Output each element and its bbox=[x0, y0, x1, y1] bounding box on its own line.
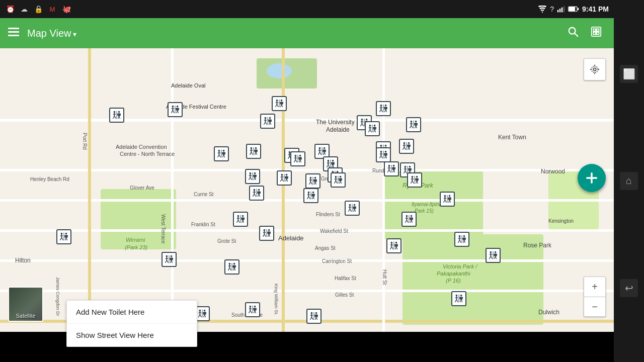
zoom-controls: + − bbox=[584, 277, 606, 317]
toilet-marker[interactable] bbox=[365, 121, 380, 136]
toilet-marker[interactable] bbox=[440, 192, 455, 207]
toilet-marker[interactable] bbox=[486, 248, 501, 263]
gallery-icon[interactable] bbox=[587, 22, 606, 44]
svg-line-301 bbox=[264, 234, 266, 237]
title-dropdown-icon[interactable]: ▾ bbox=[73, 30, 76, 38]
svg-line-79 bbox=[416, 126, 417, 128]
svg-point-329 bbox=[233, 263, 235, 265]
toilet-marker[interactable] bbox=[406, 117, 421, 132]
toilet-marker[interactable] bbox=[331, 172, 346, 188]
svg-point-32 bbox=[177, 106, 179, 108]
satellite-toggle[interactable]: Satellite bbox=[8, 287, 43, 322]
svg-point-320 bbox=[395, 242, 397, 244]
svg-point-212 bbox=[254, 172, 256, 174]
toilet-marker[interactable] bbox=[386, 238, 401, 253]
street-king-william: King William St. bbox=[274, 284, 279, 315]
toilet-marker[interactable] bbox=[109, 108, 124, 123]
toilet-marker[interactable] bbox=[376, 147, 391, 162]
zoom-in-button[interactable]: + bbox=[584, 277, 606, 297]
label-university1: The University bbox=[316, 119, 355, 126]
toilet-marker[interactable] bbox=[56, 229, 71, 244]
home-button[interactable]: ⌂ bbox=[620, 172, 638, 190]
svg-rect-9 bbox=[8, 31, 19, 33]
svg-line-148 bbox=[404, 147, 406, 150]
toilet-marker[interactable] bbox=[407, 172, 422, 188]
street-gilles: Gilles St bbox=[335, 292, 354, 298]
svg-line-291 bbox=[237, 220, 238, 223]
toilet-marker[interactable] bbox=[162, 252, 177, 267]
svg-line-292 bbox=[238, 220, 239, 223]
svg-line-345 bbox=[166, 260, 167, 263]
toilet-marker[interactable] bbox=[245, 169, 260, 184]
back-button[interactable]: ↩ bbox=[620, 279, 638, 297]
toilet-marker[interactable] bbox=[245, 302, 260, 317]
svg-line-223 bbox=[287, 179, 288, 182]
svg-line-66 bbox=[369, 130, 370, 132]
svg-point-338 bbox=[495, 251, 497, 253]
toilet-marker[interactable] bbox=[260, 114, 275, 129]
svg-line-363 bbox=[199, 315, 200, 317]
wifi-icon bbox=[538, 6, 547, 13]
toilet-marker[interactable] bbox=[290, 151, 305, 166]
svg-line-31 bbox=[173, 111, 174, 113]
zoom-fab-button[interactable] bbox=[578, 164, 606, 192]
svg-point-248 bbox=[258, 189, 260, 191]
svg-point-239 bbox=[393, 165, 395, 167]
toilet-marker[interactable] bbox=[233, 212, 248, 227]
svg-line-151 bbox=[409, 147, 410, 150]
toilet-marker[interactable] bbox=[249, 186, 264, 201]
toilet-marker[interactable] bbox=[454, 232, 469, 247]
road-carrington bbox=[0, 259, 614, 262]
svg-line-264 bbox=[349, 209, 350, 212]
svg-line-390 bbox=[455, 300, 457, 302]
svg-line-57 bbox=[361, 124, 362, 126]
toilet-marker[interactable] bbox=[305, 173, 320, 189]
road-halifax bbox=[0, 290, 614, 292]
toilet-marker[interactable] bbox=[277, 170, 292, 186]
svg-point-257 bbox=[312, 192, 314, 194]
toilet-marker[interactable] bbox=[376, 101, 391, 116]
street-port: Port Rd bbox=[82, 133, 88, 150]
svg-point-221 bbox=[286, 174, 288, 176]
toilet-marker[interactable] bbox=[384, 161, 399, 176]
svg-line-283 bbox=[445, 200, 446, 203]
street-hutt: Hutt St bbox=[382, 269, 387, 285]
svg-line-304 bbox=[269, 234, 270, 237]
street-view-menu-item[interactable]: Show Street View Here bbox=[67, 324, 197, 346]
toilet-marker[interactable] bbox=[272, 96, 287, 111]
toilet-marker[interactable] bbox=[401, 212, 417, 227]
screen-button[interactable]: ⬜ bbox=[620, 65, 638, 83]
add-toilet-menu-item[interactable]: Add New Toilet Here bbox=[67, 301, 197, 324]
svg-point-23 bbox=[118, 111, 120, 113]
toilet-marker[interactable] bbox=[259, 226, 274, 241]
zoom-out-button[interactable]: − bbox=[584, 297, 606, 317]
svg-rect-16 bbox=[594, 32, 596, 35]
svg-point-383 bbox=[315, 312, 317, 314]
toilet-marker[interactable] bbox=[306, 309, 321, 324]
github-icon: 🐙 bbox=[61, 4, 71, 14]
search-icon[interactable] bbox=[564, 22, 583, 44]
svg-line-229 bbox=[310, 182, 312, 185]
svg-line-183 bbox=[411, 181, 413, 184]
toilet-marker[interactable] bbox=[303, 188, 318, 203]
street-currie: Currie St bbox=[194, 192, 213, 197]
svg-line-273 bbox=[406, 220, 407, 223]
toilet-marker[interactable] bbox=[451, 291, 466, 306]
svg-point-356 bbox=[65, 233, 67, 235]
svg-point-122 bbox=[299, 155, 301, 157]
toilet-marker[interactable] bbox=[345, 201, 360, 216]
road-angas bbox=[0, 229, 614, 232]
app-title: Map View▾ bbox=[27, 28, 564, 39]
svg-line-129 bbox=[318, 152, 320, 155]
locate-button[interactable] bbox=[584, 58, 606, 80]
toilet-marker[interactable] bbox=[168, 102, 183, 117]
svg-line-165 bbox=[404, 171, 406, 173]
toilet-marker[interactable] bbox=[399, 139, 414, 154]
hamburger-menu-icon[interactable] bbox=[8, 27, 19, 40]
map-container[interactable]: Adelaide Oval Adelaide Festival Centre A… bbox=[0, 48, 614, 332]
toilet-marker[interactable] bbox=[246, 144, 261, 159]
svg-line-210 bbox=[249, 177, 251, 180]
toilet-marker[interactable] bbox=[224, 259, 239, 275]
toilet-marker[interactable] bbox=[214, 146, 229, 161]
svg-line-202 bbox=[336, 181, 337, 184]
